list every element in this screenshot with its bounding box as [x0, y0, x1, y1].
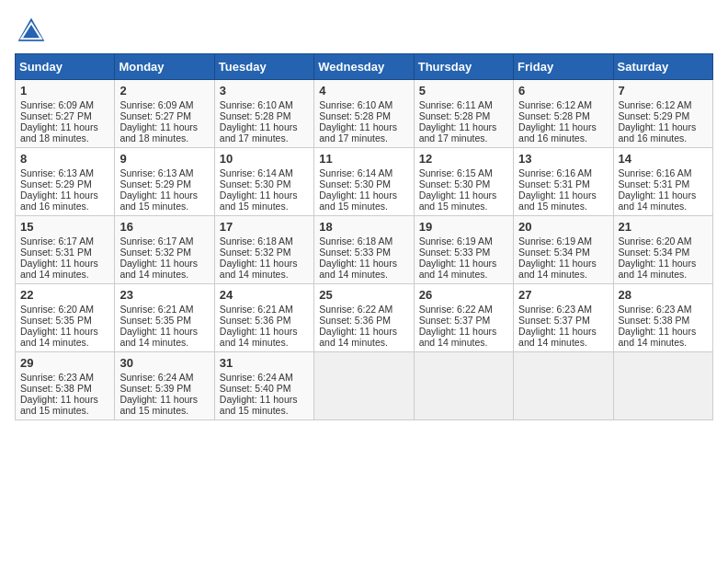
day-number: 22: [20, 288, 109, 302]
day-number: 26: [419, 288, 508, 302]
day-cell: 1Sunrise: 6:09 AMSunset: 5:27 PMDaylight…: [16, 80, 115, 148]
sunset: Sunset: 5:31 PM: [20, 247, 92, 258]
day-number: 19: [419, 220, 508, 234]
day-cell: 7Sunrise: 6:12 AMSunset: 5:29 PMDaylight…: [613, 80, 712, 148]
sunrise: Sunrise: 6:09 AM: [119, 99, 193, 110]
daylight: Daylight: 11 hours and 14 minutes.: [619, 326, 697, 348]
sunrise: Sunrise: 6:17 AM: [20, 236, 94, 247]
sunset: Sunset: 5:27 PM: [119, 110, 191, 121]
sunrise: Sunrise: 6:11 AM: [419, 99, 493, 110]
logo: [15, 15, 51, 48]
sunset: Sunset: 5:29 PM: [119, 178, 191, 190]
col-header-friday: Friday: [514, 54, 613, 80]
day-cell: 30Sunrise: 6:24 AMSunset: 5:39 PMDayligh…: [115, 352, 214, 420]
day-cell: 10Sunrise: 6:14 AMSunset: 5:30 PMDayligh…: [214, 148, 313, 216]
day-number: 27: [518, 288, 608, 302]
day-number: 31: [220, 356, 309, 370]
day-number: 23: [119, 288, 209, 302]
day-number: 14: [619, 152, 708, 166]
day-number: 4: [319, 84, 408, 98]
sunrise: Sunrise: 6:20 AM: [20, 304, 94, 315]
day-cell: 5Sunrise: 6:11 AMSunset: 5:28 PMDaylight…: [414, 80, 513, 148]
col-header-wednesday: Wednesday: [314, 54, 414, 80]
sunset: Sunset: 5:34 PM: [619, 247, 690, 258]
day-number: 8: [20, 152, 109, 166]
sunrise: Sunrise: 6:19 AM: [518, 236, 592, 247]
day-number: 29: [20, 356, 109, 370]
sunset: Sunset: 5:28 PM: [419, 110, 491, 121]
day-number: 28: [619, 288, 708, 302]
sunrise: Sunrise: 6:23 AM: [20, 372, 94, 383]
sunrise: Sunrise: 6:13 AM: [20, 167, 94, 178]
daylight: Daylight: 11 hours and 14 minutes.: [619, 190, 697, 212]
daylight: Daylight: 11 hours and 14 minutes.: [419, 326, 497, 348]
sunset: Sunset: 5:28 PM: [319, 110, 391, 121]
week-row-5: 29Sunrise: 6:23 AMSunset: 5:38 PMDayligh…: [16, 352, 713, 420]
sunset: Sunset: 5:27 PM: [20, 110, 92, 121]
day-cell: 13Sunrise: 6:16 AMSunset: 5:31 PMDayligh…: [514, 148, 613, 216]
day-number: 12: [419, 152, 508, 166]
daylight: Daylight: 11 hours and 15 minutes.: [220, 394, 298, 416]
sunset: Sunset: 5:30 PM: [319, 178, 391, 190]
sunset: Sunset: 5:31 PM: [619, 178, 690, 190]
sunset: Sunset: 5:33 PM: [419, 247, 491, 258]
daylight: Daylight: 11 hours and 17 minutes.: [220, 121, 298, 144]
sunrise: Sunrise: 6:18 AM: [220, 236, 293, 247]
week-row-3: 15Sunrise: 6:17 AMSunset: 5:31 PMDayligh…: [16, 216, 713, 284]
sunrise: Sunrise: 6:12 AM: [518, 99, 592, 110]
sunrise: Sunrise: 6:21 AM: [220, 304, 293, 315]
day-cell: 2Sunrise: 6:09 AMSunset: 5:27 PMDaylight…: [115, 80, 214, 148]
day-number: 3: [220, 84, 309, 98]
sunrise: Sunrise: 6:13 AM: [119, 167, 193, 178]
daylight: Daylight: 11 hours and 14 minutes.: [20, 326, 98, 348]
day-cell: 12Sunrise: 6:15 AMSunset: 5:30 PMDayligh…: [414, 148, 513, 216]
sunrise: Sunrise: 6:22 AM: [419, 304, 493, 315]
day-number: 7: [619, 84, 708, 98]
col-header-sunday: Sunday: [16, 54, 115, 80]
day-number: 15: [20, 220, 109, 234]
sunrise: Sunrise: 6:19 AM: [419, 236, 493, 247]
day-number: 20: [518, 220, 608, 234]
daylight: Daylight: 11 hours and 17 minutes.: [419, 121, 497, 144]
day-number: 16: [119, 220, 209, 234]
day-cell: 3Sunrise: 6:10 AMSunset: 5:28 PMDaylight…: [214, 80, 313, 148]
sunrise: Sunrise: 6:12 AM: [619, 99, 692, 110]
day-cell: 6Sunrise: 6:12 AMSunset: 5:28 PMDaylight…: [514, 80, 613, 148]
sunset: Sunset: 5:39 PM: [119, 383, 191, 394]
day-number: 11: [319, 152, 408, 166]
day-cell: 11Sunrise: 6:14 AMSunset: 5:30 PMDayligh…: [314, 148, 414, 216]
page-header: [15, 15, 713, 48]
day-cell: 26Sunrise: 6:22 AMSunset: 5:37 PMDayligh…: [414, 284, 513, 352]
day-number: 24: [220, 288, 309, 302]
sunset: Sunset: 5:34 PM: [518, 247, 590, 258]
sunset: Sunset: 5:36 PM: [319, 315, 391, 326]
day-cell: 15Sunrise: 6:17 AMSunset: 5:31 PMDayligh…: [16, 216, 115, 284]
day-cell: 17Sunrise: 6:18 AMSunset: 5:32 PMDayligh…: [214, 216, 313, 284]
daylight: Daylight: 11 hours and 15 minutes.: [518, 190, 597, 212]
day-cell: 29Sunrise: 6:23 AMSunset: 5:38 PMDayligh…: [16, 352, 115, 420]
col-header-monday: Monday: [115, 54, 214, 80]
sunset: Sunset: 5:37 PM: [419, 315, 491, 326]
day-number: 30: [119, 356, 209, 370]
sunset: Sunset: 5:32 PM: [119, 247, 191, 258]
daylight: Daylight: 11 hours and 14 minutes.: [119, 326, 198, 348]
day-cell: [314, 352, 414, 420]
day-cell: 27Sunrise: 6:23 AMSunset: 5:37 PMDayligh…: [514, 284, 613, 352]
day-cell: 21Sunrise: 6:20 AMSunset: 5:34 PMDayligh…: [613, 216, 712, 284]
daylight: Daylight: 11 hours and 18 minutes.: [20, 121, 98, 144]
sunset: Sunset: 5:28 PM: [220, 110, 291, 121]
day-cell: 18Sunrise: 6:18 AMSunset: 5:33 PMDayligh…: [314, 216, 414, 284]
day-cell: [613, 352, 712, 420]
sunset: Sunset: 5:38 PM: [20, 383, 92, 394]
day-cell: 31Sunrise: 6:24 AMSunset: 5:40 PMDayligh…: [214, 352, 313, 420]
day-number: 25: [319, 288, 408, 302]
day-cell: [514, 352, 613, 420]
day-cell: 8Sunrise: 6:13 AMSunset: 5:29 PMDaylight…: [16, 148, 115, 216]
sunset: Sunset: 5:35 PM: [20, 315, 92, 326]
day-cell: 20Sunrise: 6:19 AMSunset: 5:34 PMDayligh…: [514, 216, 613, 284]
sunrise: Sunrise: 6:20 AM: [619, 236, 692, 247]
sunrise: Sunrise: 6:24 AM: [220, 372, 293, 383]
daylight: Daylight: 11 hours and 14 minutes.: [518, 326, 597, 348]
sunset: Sunset: 5:30 PM: [220, 178, 291, 190]
daylight: Daylight: 11 hours and 14 minutes.: [518, 258, 597, 280]
